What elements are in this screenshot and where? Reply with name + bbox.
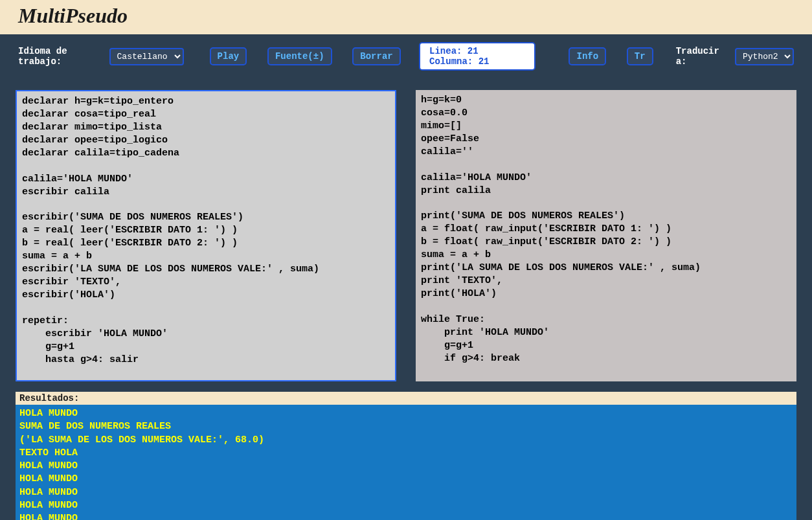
- translated-editor-wrap: [416, 90, 796, 384]
- info-button[interactable]: Info: [569, 47, 606, 65]
- translate-select[interactable]: Python2: [735, 48, 794, 65]
- translated-editor[interactable]: [416, 90, 796, 381]
- source-editor-wrap: [16, 90, 396, 384]
- translate-button[interactable]: Tr: [627, 47, 653, 65]
- results-output: HOLA MUNDO SUMA DE DOS NUMEROS REALES ('…: [16, 405, 796, 520]
- toolbar: Idioma de trabajo: Castellano Play Fuent…: [0, 34, 812, 78]
- app-title: MultiPseudo: [18, 4, 794, 28]
- app-header: MultiPseudo: [0, 0, 812, 34]
- font-button[interactable]: Fuente(±): [267, 47, 332, 65]
- language-select[interactable]: Castellano: [109, 48, 184, 65]
- cursor-status: Linea: 21 Columna: 21: [419, 42, 536, 71]
- translate-label: Traducir a:: [676, 46, 726, 67]
- source-editor[interactable]: [16, 90, 396, 381]
- play-button[interactable]: Play: [210, 47, 247, 65]
- language-label: Idioma de trabajo:: [18, 46, 100, 67]
- results-section: Resultados: HOLA MUNDO SUMA DE DOS NUMER…: [16, 392, 796, 520]
- clear-button[interactable]: Borrar: [352, 47, 400, 65]
- results-header: Resultados:: [16, 392, 796, 405]
- editors-row: [0, 78, 812, 392]
